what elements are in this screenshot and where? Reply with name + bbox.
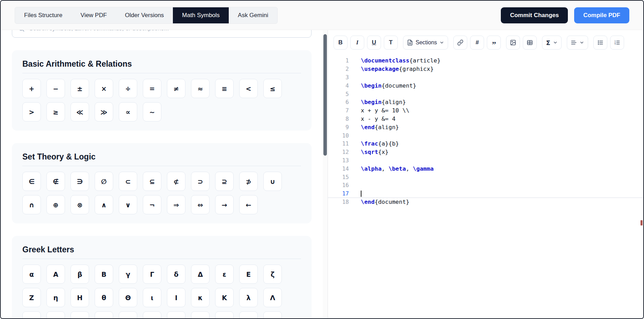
commit-changes-button[interactable]: Commit Changes <box>501 7 568 23</box>
symbol-button[interactable]: B <box>95 265 113 284</box>
symbol-button[interactable]: π <box>215 311 234 318</box>
symbol-button[interactable]: > <box>22 102 41 121</box>
symbol-button[interactable]: α <box>22 265 41 284</box>
code-line[interactable]: 15 <box>328 173 643 181</box>
symbol-button[interactable]: Δ <box>191 265 210 284</box>
symbol-button[interactable]: K <box>215 288 234 307</box>
code-editor[interactable]: 1\documentclass{article}2\usepackage{gra… <box>328 53 643 318</box>
quote-button[interactable]: ” <box>487 36 501 50</box>
symbol-button[interactable]: ⊗ <box>71 195 89 214</box>
symbol-button[interactable]: η <box>46 288 65 307</box>
tab-view-pdf[interactable]: View PDF <box>72 7 116 23</box>
symbol-button[interactable]: ⇔ <box>191 195 210 214</box>
tab-ask-gemini[interactable]: Ask Gemini <box>229 7 277 23</box>
symbol-button[interactable]: ι <box>143 288 161 307</box>
symbol-button[interactable]: Λ <box>263 288 282 307</box>
symbol-button[interactable]: β <box>71 265 89 284</box>
symbol-button[interactable]: ⊆ <box>143 172 161 191</box>
symbol-button[interactable]: ≪ <box>71 102 89 121</box>
symbol-button[interactable]: ∩ <box>22 195 41 214</box>
symbols-scrollbar[interactable] <box>323 30 328 318</box>
symbol-button[interactable]: ⇒ <box>167 195 185 214</box>
bold-button[interactable]: B <box>334 36 347 50</box>
code-line[interactable]: 14\alpha, \beta, \gamma <box>328 164 643 173</box>
symbol-button[interactable]: θ <box>95 288 113 307</box>
symbol-button[interactable]: ∋ <box>71 172 89 191</box>
code-line[interactable]: 16 <box>328 181 643 190</box>
scrollbar-thumb[interactable] <box>323 34 327 156</box>
symbol-button[interactable]: M <box>46 311 65 318</box>
symbol-button[interactable]: ρ <box>263 311 282 318</box>
symbol-button[interactable]: κ <box>191 288 210 307</box>
symbol-button[interactable]: ο <box>167 311 185 318</box>
code-line[interactable]: 1\documentclass{article} <box>328 57 643 65</box>
symbol-button[interactable]: × <box>95 79 113 98</box>
symbol-button[interactable]: ≤ <box>263 79 282 98</box>
code-line[interactable]: 5 <box>328 90 643 98</box>
code-line[interactable]: 7x + y &= 10 \\ <box>328 106 643 115</box>
symbol-button[interactable]: + <box>22 79 41 98</box>
symbol-button[interactable]: ∨ <box>119 195 137 214</box>
sections-dropdown[interactable]: Sections <box>403 36 448 50</box>
underline-button[interactable]: U <box>367 36 381 50</box>
image-button[interactable] <box>506 36 520 50</box>
symbol-button[interactable]: ≡ <box>215 79 234 98</box>
symbol-button[interactable]: ⊅ <box>239 172 258 191</box>
symbol-button[interactable]: = <box>143 79 161 98</box>
symbol-button[interactable]: ≥ <box>46 102 65 121</box>
symbol-button[interactable]: O <box>191 311 210 318</box>
symbol-button[interactable]: E <box>239 265 258 284</box>
symbol-button[interactable]: Z <box>22 288 41 307</box>
italic-button[interactable]: I <box>350 36 364 50</box>
code-line[interactable]: 6\begin{align} <box>328 98 643 106</box>
symbol-button[interactable]: ⊇ <box>215 172 234 191</box>
text-button[interactable]: T <box>384 36 398 50</box>
symbol-button[interactable]: λ <box>239 288 258 307</box>
symbol-button[interactable]: ≫ <box>95 102 113 121</box>
table-button[interactable] <box>523 36 537 50</box>
bullet-list-button[interactable] <box>593 36 607 50</box>
code-line[interactable]: 2\usepackage{graphicx} <box>328 65 643 73</box>
symbol-button[interactable]: ζ <box>263 265 282 284</box>
symbol-button[interactable]: ∼ <box>143 102 161 121</box>
compile-pdf-button[interactable]: Compile PDF <box>574 7 629 23</box>
tab-older-versions[interactable]: Older Versions <box>116 7 173 23</box>
symbol-button[interactable]: ⊃ <box>191 172 210 191</box>
numbered-list-button[interactable]: 1 2 3 <box>610 36 624 50</box>
code-line[interactable]: 3 <box>328 73 643 82</box>
symbol-button[interactable]: ∉ <box>46 172 65 191</box>
symbol-button[interactable]: ν <box>71 311 89 318</box>
code-line[interactable]: 17 <box>328 190 643 198</box>
symbol-button[interactable]: → <box>215 195 234 214</box>
code-line[interactable]: 12\sqrt{x} <box>328 148 643 156</box>
symbol-button[interactable]: Γ <box>143 265 161 284</box>
tab-files-structure[interactable]: Files Structure <box>15 7 72 23</box>
code-line[interactable]: 9\end{align} <box>328 123 643 131</box>
symbol-button[interactable]: ⊂ <box>119 172 137 191</box>
symbol-button[interactable]: γ <box>119 265 137 284</box>
symbol-button[interactable]: ∈ <box>22 172 41 191</box>
math-dropdown[interactable]: Σ <box>542 36 561 50</box>
symbol-button[interactable]: Π <box>239 311 258 318</box>
code-line[interactable]: 11\frac{a}{b} <box>328 140 643 148</box>
symbol-button[interactable]: μ <box>22 311 41 318</box>
symbol-button[interactable]: < <box>239 79 258 98</box>
symbol-button[interactable]: ∝ <box>119 102 137 121</box>
symbol-button[interactable]: ∪ <box>263 172 282 191</box>
code-line[interactable]: 4\begin{document} <box>328 81 643 90</box>
symbol-button[interactable]: A <box>46 265 65 284</box>
symbol-button[interactable]: − <box>46 79 65 98</box>
code-line[interactable]: 8x - y &= 4 <box>328 115 643 123</box>
code-line[interactable]: 10 <box>328 131 643 140</box>
symbol-button[interactable]: ≈ <box>191 79 210 98</box>
symbol-button[interactable]: ≠ <box>167 79 185 98</box>
symbol-button[interactable]: ← <box>239 195 258 214</box>
link-button[interactable] <box>453 36 467 50</box>
tab-math-symbols[interactable]: Math Symbols <box>173 7 229 23</box>
symbol-button[interactable]: H <box>71 288 89 307</box>
code-line[interactable]: 18\end{document} <box>328 198 643 206</box>
symbol-search-input[interactable] <box>29 30 306 32</box>
symbol-button[interactable]: Θ <box>119 288 137 307</box>
symbol-button[interactable]: ¬ <box>143 195 161 214</box>
symbol-button[interactable]: ξ <box>119 311 137 318</box>
